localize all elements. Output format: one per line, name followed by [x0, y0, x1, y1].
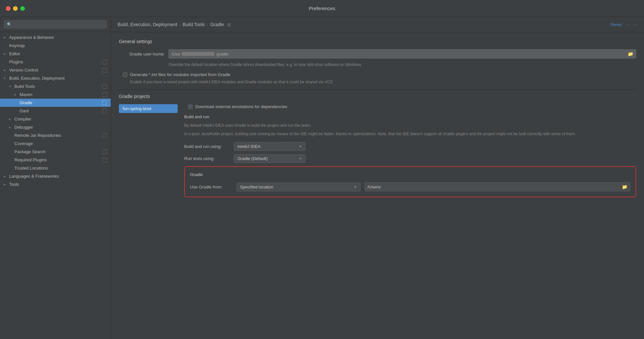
sidebar-item-maven[interactable]: Maven — [0, 90, 111, 99]
build-and-run-using-value: IntelliJ IDEA — [237, 144, 261, 149]
sidebar-item-label: Remote Jar Repositories — [14, 133, 102, 138]
arrow-icon — [9, 117, 13, 121]
use-gradle-from-value: Specified location — [240, 185, 273, 189]
sidebar-item-version-control[interactable]: Version Control — [0, 66, 111, 74]
sidebar-item-required-plugins[interactable]: Required Plugins — [0, 156, 111, 164]
generate-iml-row: Generate *.iml files for modules importe… — [119, 72, 636, 77]
arrow-icon — [9, 85, 13, 88]
gradle-path-folder-icon[interactable]: 📁 — [622, 184, 627, 189]
gradle-section: Gradle Use Gradle from: Specified locati… — [184, 166, 636, 197]
sidebar-item-debugger[interactable]: Debugger — [0, 123, 111, 131]
nav-forward-button[interactable]: → — [632, 22, 637, 27]
run-tests-using-dropdown[interactable]: Gradle (Default) ▼ — [234, 154, 306, 163]
arrow-icon — [14, 93, 18, 96]
nav-back-button[interactable]: ← — [626, 22, 631, 27]
projects-layout: fun-spring-boot Download external annota… — [119, 104, 636, 197]
sidebar-item-label: Compiler — [14, 117, 107, 121]
build-run-desc2: In a pure Java/Kotlin project, building … — [184, 131, 636, 137]
download-annotations-label: Download external annotations for depend… — [195, 104, 287, 109]
sidebar-item-label: Keymap — [9, 43, 107, 48]
home-prefix: /Use — [171, 52, 180, 56]
use-gradle-from-row: Use Gradle from: Specified location ▼ /U… — [190, 182, 630, 191]
sidebar-item-gant[interactable]: Gant — [0, 107, 111, 115]
sidebar-item-package-search[interactable]: Package Search — [0, 148, 111, 156]
sidebar-item-label: Gradle — [20, 100, 102, 105]
search-wrapper[interactable]: 🔍 — [4, 20, 107, 28]
breadcrumb-settings-icon[interactable]: ⊟ — [227, 22, 231, 27]
build-and-run-using-dropdown[interactable]: IntelliJ IDEA ▼ — [234, 142, 306, 151]
arrow-icon — [4, 52, 8, 56]
sidebar-item-label: Trusted Locations — [14, 166, 107, 170]
breadcrumb-sep-2: › — [207, 22, 208, 27]
sidebar-tree: Appearance & Behavior Keymap Editor Plug… — [0, 32, 111, 339]
gradle-user-home-input[interactable]: /Use .gradle 📁 — [169, 49, 636, 58]
settings-icon — [102, 92, 107, 97]
search-input[interactable] — [14, 22, 104, 27]
home-blur — [182, 52, 214, 56]
projects-list: fun-spring-boot — [119, 104, 178, 113]
gradle-projects-title: Gradle projects — [119, 94, 636, 99]
sidebar-item-build-tools[interactable]: Build Tools — [0, 82, 111, 90]
titlebar: Preferences — [0, 0, 644, 17]
settings-icon — [102, 109, 107, 113]
sidebar-item-remote-jar[interactable]: Remote Jar Repositories — [0, 131, 111, 139]
gradle-path-input[interactable]: /Users/ 📁 — [364, 182, 630, 191]
arrow-icon — [4, 68, 8, 72]
build-and-run-using-row: Build and run using: IntelliJ IDEA ▼ — [184, 142, 636, 151]
sidebar-item-label: Build Tools — [14, 84, 102, 89]
sidebar-item-plugins[interactable]: Plugins — [0, 58, 111, 66]
project-item-fun-spring-boot[interactable]: fun-spring-boot — [119, 104, 178, 113]
home-suffix: .gradle — [216, 52, 229, 56]
preferences-window: Preferences 🔍 Appearance & Behavior — [0, 0, 644, 339]
folder-icon[interactable]: 📁 — [628, 51, 633, 56]
download-annotations-checkbox[interactable] — [188, 105, 193, 109]
maximize-button[interactable] — [20, 6, 25, 11]
sidebar-item-label: Appearance & Behavior — [9, 35, 107, 40]
project-settings: Download external annotations for depend… — [184, 104, 636, 197]
arrow-icon — [4, 36, 8, 39]
generate-iml-label: Generate *.iml files for modules importe… — [130, 72, 231, 77]
sidebar-item-trusted-locations[interactable]: Trusted Locations — [0, 164, 111, 172]
search-icon: 🔍 — [7, 22, 12, 27]
window-title: Preferences — [309, 6, 335, 11]
close-button[interactable] — [6, 6, 10, 11]
sidebar-item-languages-frameworks[interactable]: Languages & Frameworks — [0, 172, 111, 180]
sidebar-item-label: Version Control — [9, 68, 102, 73]
settings-icon — [102, 133, 107, 138]
sidebar-item-coverage[interactable]: Coverage — [0, 139, 111, 148]
sidebar-item-editor[interactable]: Editor — [0, 50, 111, 58]
use-gradle-from-dropdown[interactable]: Specified location ▼ — [236, 183, 361, 191]
breadcrumb-build-exec[interactable]: Build, Execution, Deployment — [118, 22, 177, 27]
sidebar-item-gradle[interactable]: Gradle — [0, 99, 111, 107]
build-and-run-using-label: Build and run using: — [184, 144, 230, 149]
breadcrumb-gradle[interactable]: Gradle — [210, 22, 224, 27]
sidebar-item-compiler[interactable]: Compiler — [0, 115, 111, 123]
settings-icon — [102, 68, 107, 73]
sidebar-item-label: Required Plugins — [14, 157, 102, 162]
sidebar-item-label: Build, Execution, Deployment — [9, 76, 107, 81]
sidebar-item-keymap[interactable]: Keymap — [0, 41, 111, 50]
general-settings-title: General settings — [119, 39, 636, 44]
reset-button[interactable]: Reset — [611, 22, 622, 27]
sidebar-item-appearance-behavior[interactable]: Appearance & Behavior — [0, 33, 111, 41]
sidebar-item-label: Coverage — [14, 141, 107, 146]
download-annotations-wrapper: Download external annotations for depend… — [188, 104, 636, 109]
sidebar-item-tools[interactable]: Tools — [0, 180, 111, 188]
sidebar-item-label: Tools — [9, 182, 107, 187]
build-run-desc1: By default IntelliJ IDEA uses Gradle to … — [184, 122, 636, 128]
divider-1 — [119, 89, 636, 90]
build-and-run-title: Build and run — [184, 114, 636, 119]
sidebar-item-label: Maven — [20, 92, 102, 97]
search-area: 🔍 — [0, 17, 111, 32]
arrow-icon — [4, 183, 8, 186]
run-tests-using-label: Run tests using: — [184, 156, 230, 161]
minimize-button[interactable] — [13, 6, 18, 11]
sidebar-item-build-exec-deploy[interactable]: Build, Execution, Deployment — [0, 74, 111, 82]
gradle-user-home-label: Gradle user home: — [119, 52, 165, 56]
arrow-icon — [4, 174, 8, 178]
breadcrumb-build-tools[interactable]: Build Tools — [183, 22, 205, 27]
gradle-user-home-hint: Override the default location where Grad… — [169, 62, 636, 67]
generate-iml-checkbox[interactable] — [123, 73, 127, 77]
dropdown-arrow-icon: ▼ — [354, 185, 357, 189]
arrow-icon — [4, 76, 8, 80]
